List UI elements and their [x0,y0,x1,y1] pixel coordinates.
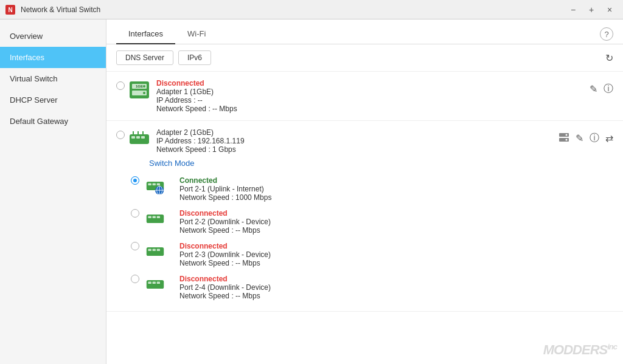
adapter1-info-icon[interactable]: ⓘ [604,83,613,95]
port-2-4-info: Disconnected Port 2-4 (Downlink - Device… [179,275,613,300]
svg-rect-29 [153,216,156,219]
adapter1-speed: Network Speed : -- Mbps [156,105,590,113]
content-header: Interfaces Wi-Fi ? [106,19,623,44]
port-2-4-status: Disconnected [179,275,613,283]
port-2-1-radio[interactable] [131,176,139,185]
svg-rect-32 [148,249,151,252]
port-row-2-1: Connected Port 2-1 (Uplink - Internet) N… [106,173,623,205]
svg-rect-33 [153,249,156,252]
adapter2-name: Adapter 2 (1GbE) [156,128,559,137]
content-area: Interfaces Wi-Fi ? DNS Server IPv6 ↻ [106,19,623,364]
port-2-2-name: Port 2-2 (Downlink - Device) [179,218,613,226]
adapter1-icon: 1GE [128,79,150,101]
svg-rect-8 [130,134,149,144]
svg-rect-38 [157,282,160,284]
adapter-row-1: 1GE Disconnected Adapter 1 (1GbE) IP Add… [106,72,623,121]
svg-rect-27 [147,215,164,223]
titlebar-controls: − + × [565,1,618,18]
port-2-3-name: Port 2-3 (Downlink - Device) [179,250,613,259]
port-2-2-info: Disconnected Port 2-2 (Downlink - Device… [179,209,613,235]
port-2-2-speed: Network Speed : -- Mbps [179,226,613,235]
adapter2-edit-icon[interactable]: ✎ [576,132,583,144]
tabs: Interfaces Wi-Fi [116,24,218,44]
sidebar-item-overview[interactable]: Overview [0,26,106,47]
sidebar-item-virtual-switch[interactable]: Virtual Switch [0,68,106,89]
dns-server-button[interactable]: DNS Server [116,50,173,65]
port-2-2-icon [145,209,167,231]
titlebar-left: N Network & Virtual Switch [5,4,100,15]
switch-mode-label: Switch Mode [106,159,623,168]
svg-rect-28 [148,216,151,219]
sidebar: Overview Interfaces Virtual Switch DHCP … [0,19,106,364]
port-row-2-4: Disconnected Port 2-4 (Downlink - Device… [106,271,623,304]
main-layout: Overview Interfaces Virtual Switch DHCP … [0,19,623,364]
svg-rect-31 [147,247,164,256]
svg-rect-16 [559,138,569,142]
refresh-button[interactable]: ↻ [605,52,613,64]
port-2-4-name: Port 2-4 (Downlink - Device) [179,283,613,292]
adapter1-status: Disconnected [156,79,590,88]
port-2-4-radio[interactable] [131,275,139,283]
help-button[interactable]: ? [600,27,613,41]
port-2-3-speed: Network Speed : -- Mbps [179,259,613,267]
adapter2-info-icon[interactable]: ⓘ [590,132,599,145]
svg-rect-35 [147,280,164,289]
titlebar: N Network & Virtual Switch − + × [0,0,623,19]
svg-rect-10 [136,136,140,139]
port-2-3-info: Disconnected Port 2-3 (Downlink - Device… [179,242,613,267]
adapter2-refresh-icon[interactable]: ⇄ [605,132,613,144]
adapter2-radio[interactable] [116,131,125,139]
port-2-4-speed: Network Speed : -- Mbps [179,292,613,300]
adapter1-radio-col [116,79,128,92]
port-row-2-2: Disconnected Port 2-2 (Downlink - Device… [106,205,623,238]
sidebar-item-default-gateway[interactable]: Default Gateway [0,111,106,132]
svg-rect-11 [141,136,145,139]
adapter1-radio[interactable] [116,81,125,90]
svg-rect-21 [153,184,156,186]
svg-rect-34 [157,249,160,252]
adapter1-info: Disconnected Adapter 1 (1GbE) IP Address… [156,79,590,113]
sidebar-item-interfaces[interactable]: Interfaces [0,47,106,68]
adapter2-icon [128,128,150,150]
sidebar-item-dhcp-server[interactable]: DHCP Server [0,89,106,111]
svg-point-18 [566,139,568,141]
adapter1-name: Adapter 1 (1GbE) [156,88,590,96]
minimize-button[interactable]: − [565,1,582,18]
port-2-3-status: Disconnected [179,242,613,250]
adapter1-edit-icon[interactable]: ✎ [590,83,597,95]
svg-rect-36 [148,282,151,284]
port-2-3-radio[interactable] [131,242,139,250]
adapter2-header: Adapter 2 (1GbE) IP Address : 192.168.1.… [106,121,623,156]
tab-wifi[interactable]: Wi-Fi [175,24,218,44]
adapter2-ip: IP Address : 192.168.1.119 [156,137,559,145]
titlebar-title: Network & Virtual Switch [21,5,100,14]
svg-point-6 [143,92,145,94]
port-2-1-info: Connected Port 2-1 (Uplink - Internet) N… [179,176,613,202]
toolbar: DNS Server IPv6 ↻ [106,44,623,72]
tab-interfaces[interactable]: Interfaces [116,24,175,44]
adapter2-actions: ✎ ⓘ ⇄ [559,128,613,145]
app-icon: N [5,4,16,15]
port-2-1-name: Port 2-1 (Uplink - Internet) [179,185,613,193]
adapter2-server-icon[interactable] [559,132,569,145]
adapter2-speed: Network Speed : 1 Gbps [156,145,559,154]
svg-point-5 [143,85,145,88]
port-2-3-icon [145,242,167,264]
port-2-1-icon [145,176,167,198]
svg-point-17 [566,134,568,136]
close-button[interactable]: × [601,1,618,18]
port-2-2-status: Disconnected [179,209,613,218]
svg-rect-30 [157,216,160,219]
port-row-2-3: Disconnected Port 2-3 (Downlink - Device… [106,238,623,271]
port-2-2-radio[interactable] [131,209,139,218]
adapter2-radio-col [116,128,128,141]
adapter-row-2: Adapter 2 (1GbE) IP Address : 192.168.1.… [106,121,623,312]
maximize-button[interactable]: + [583,1,600,18]
port-2-1-status: Connected [179,176,613,185]
adapter-list: 1GE Disconnected Adapter 1 (1GbE) IP Add… [106,72,623,364]
ipv6-button[interactable]: IPv6 [178,50,211,65]
adapter1-ip: IP Address : -- [156,96,590,105]
svg-rect-20 [148,184,151,186]
port-2-1-speed: Network Speed : 1000 Mbps [179,193,613,202]
svg-text:1GE: 1GE [136,84,143,88]
